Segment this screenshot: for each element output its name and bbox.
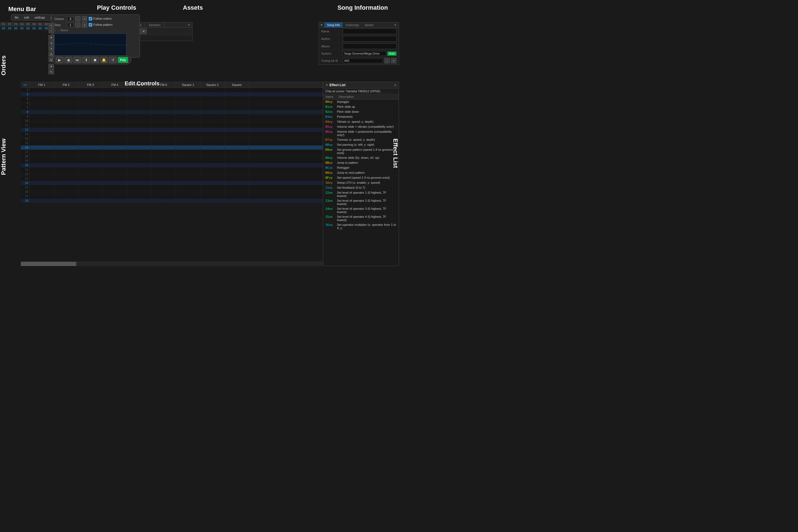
pattern-cell[interactable]: · · · · · [30,185,54,190]
pattern-cell[interactable]: · · · · · [176,110,200,114]
pattern-cell[interactable]: · · · · · [176,114,200,119]
table-row[interactable]: 8· · · · ·· · · · ·· · · · ·· · · · ·· ·… [21,110,323,114]
name-input[interactable] [343,28,397,34]
album-input[interactable] [343,43,397,49]
pattern-cell[interactable]: · · · · · [30,128,54,132]
table-row[interactable]: 18· · · · ·· · · · ·· · · · ·· · · · ·· … [21,154,323,159]
table-row[interactable]: 10· · · · ·· · · · ·· · · · ·· · · · ·· … [21,119,323,123]
pattern-cell[interactable]: · · · · · [200,119,225,123]
pattern-cell[interactable]: · · · · · [200,110,225,114]
pattern-cell[interactable]: · · · · · [127,132,152,136]
pattern-cell[interactable]: · · · · · [103,154,127,158]
pattern-cell[interactable]: · · · · · [225,97,249,101]
pattern-cell[interactable]: · · · · · [127,159,152,163]
pattern-cell[interactable]: · · · · · [200,106,225,110]
table-row[interactable]: 20· · · · ·· · · · ·· · · · ·· · · · ·· … [21,163,323,168]
pattern-cell[interactable]: · · · · · [78,154,103,158]
pattern-cell[interactable]: · · · · · [103,88,127,92]
menu-edit[interactable]: edit [23,15,30,20]
pattern-cell[interactable]: · · · · · [225,119,249,123]
pattern-cell[interactable]: · · · · · [152,194,176,198]
pattern-cell[interactable]: · · · · · [54,199,78,203]
pattern-cell[interactable]: · · · · · [127,168,152,172]
pattern-cell[interactable]: · · · · · [30,92,54,96]
pattern-pp-btn[interactable]: ++ [21,82,30,88]
pattern-cell[interactable]: · · · · · [78,106,103,110]
pattern-cell[interactable]: · · · · · [200,97,225,101]
author-input[interactable] [343,36,397,41]
octave-minus[interactable]: - [75,16,80,21]
pattern-cell[interactable]: · · · · · [103,194,127,198]
pattern-cell[interactable]: · · · · · [152,154,176,158]
pattern-cell[interactable]: · · · · · [30,141,54,145]
pattern-cell[interactable]: · · · · · [78,110,103,114]
pattern-cell[interactable]: · · · · · [103,137,127,141]
pattern-cell[interactable]: · · · · · [225,92,249,96]
pattern-cell[interactable]: · · · · · [78,114,103,119]
table-row[interactable]: 21· · · · ·· · · · ·· · · · ·· · · · ·· … [21,168,323,172]
pattern-cell[interactable]: · · · · · [127,137,152,141]
pattern-cell[interactable]: · · · · · [176,128,200,132]
pattern-cell[interactable]: · · · · · [200,176,225,180]
pattern-cell[interactable]: · · · · · [54,132,78,136]
pattern-cell[interactable]: · · · · · [200,159,225,163]
pattern-cell[interactable]: · · · · · [78,123,103,128]
pattern-cell[interactable]: · · · · · [200,132,225,136]
pattern-cell[interactable]: · · · · · [78,137,103,141]
tuning-plus[interactable]: + [391,58,397,63]
pattern-cell[interactable]: · · · · · [78,97,103,101]
table-row[interactable]: 24· · · · ·· · · · ·· · · · ·· · · · ·· … [21,181,323,185]
tool-btn-1[interactable]: ✦ [49,35,54,40]
scroll-down-btn[interactable]: ∨ [49,46,54,51]
pattern-cell[interactable]: · · · · · [30,106,54,110]
pattern-cell[interactable]: · · · · · [127,176,152,180]
pattern-cell[interactable]: · · · · · [176,163,200,167]
step-minus[interactable]: - [75,22,80,27]
pattern-cell[interactable]: · · · · · [176,132,200,136]
follow-orders-checkbox[interactable] [89,17,92,20]
pattern-cell[interactable]: · · · · · [30,97,54,101]
pattern-cell[interactable]: · · · · · [127,119,152,123]
pattern-cell[interactable]: · · · · · [103,176,127,180]
table-row[interactable]: 28· · · · ·· · · · ·· · · · ·· · · · ·· … [21,199,323,203]
pattern-cell[interactable]: · · · · · [78,185,103,190]
pattern-cell[interactable]: · · · · · [225,154,249,158]
pattern-cell[interactable]: · · · · · [152,137,176,141]
pattern-cell[interactable]: · · · · · [200,194,225,198]
pattern-cell[interactable]: · · · · · [54,119,78,123]
pattern-cell[interactable]: · · · · · [103,199,127,203]
pattern-cell[interactable]: · · · · · [176,154,200,158]
pattern-cell[interactable]: · · · · · [30,123,54,128]
table-row[interactable]: 15· · · · ·· · · · ·· · · · ·· · · · ·· … [21,141,323,146]
pattern-cell[interactable]: · · · · · [127,106,152,110]
pattern-cell[interactable]: · · · · · [200,154,225,158]
pattern-cell[interactable]: · · · · · [54,92,78,96]
pattern-cell[interactable]: · · · · · [78,176,103,180]
pattern-cell[interactable]: · · · · · [103,141,127,145]
pattern-cell[interactable]: · · · · · [103,181,127,185]
table-row[interactable]: 5· · · · ·· · · · ·· · · · ·· · · · ·· ·… [21,97,323,101]
auto-btn[interactable]: Auto [387,52,397,56]
table-row[interactable]: 26· · · · ·· · · · ·· · · · ·· · · · ·· … [21,190,323,194]
pattern-cell[interactable]: · · · · · [200,137,225,141]
pattern-cell[interactable]: · · · · · [152,123,176,128]
pattern-cell[interactable]: · · · · · [127,141,152,145]
pattern-cell[interactable]: · · · · · [78,163,103,167]
song-info-close-btn[interactable]: ✕ [392,23,399,27]
pattern-cell[interactable]: · · · · · [152,163,176,167]
follow-orders-label[interactable]: Follow orders [89,17,112,20]
pattern-cell[interactable]: · · · · · [200,101,225,105]
pattern-cell[interactable]: · · · · · [225,199,249,203]
pattern-cell[interactable]: · · · · · [200,114,225,119]
pattern-cell[interactable]: · · · · · [127,88,152,92]
pattern-cell[interactable]: · · · · · [78,159,103,163]
pattern-cell[interactable]: · · · · · [127,194,152,198]
pattern-cell[interactable]: · · · · · [200,150,225,154]
pattern-cell[interactable]: · · · · · [225,141,249,145]
menu-settings[interactable]: settings [34,15,46,20]
pattern-cell[interactable]: · · · · · [54,97,78,101]
pattern-cell[interactable]: · · · · · [176,137,200,141]
pattern-cell[interactable]: · · · · · [30,163,54,167]
step-plus[interactable]: + [82,22,87,27]
pattern-cell[interactable]: · · · · · [176,199,200,203]
